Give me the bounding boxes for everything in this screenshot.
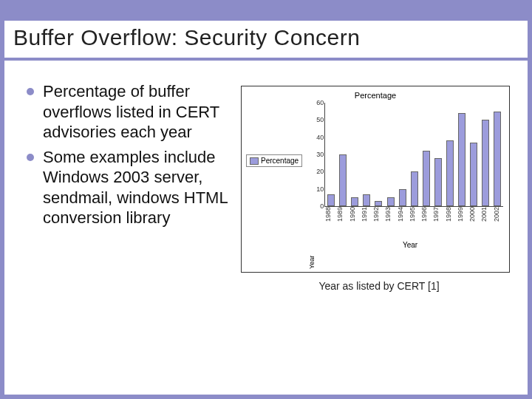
- chart-x-tick: 1997: [432, 207, 444, 238]
- chart-x-tick: 2002: [493, 207, 505, 238]
- chart-y-axis-label: Year: [307, 238, 316, 269]
- chart-bar: [458, 113, 466, 206]
- chart-caption: Year as listed by CERT [1]: [241, 280, 517, 292]
- chart-y-tick: 40: [307, 134, 324, 141]
- chart-y-tick: 60: [307, 99, 324, 106]
- chart-y-tick: 30: [307, 151, 324, 158]
- chart-bar: [470, 143, 477, 206]
- chart-bar: [387, 197, 395, 206]
- chart-bar: [434, 158, 442, 206]
- chart-column: Percentage Percentage 0102030405060 1988…: [233, 81, 517, 292]
- chart-x-tick: 1999: [457, 207, 468, 238]
- chart-bar: [351, 197, 358, 206]
- chart-plot-area: 0102030405060: [324, 103, 503, 207]
- chart-legend: Percentage: [246, 154, 302, 167]
- chart-bar: [494, 112, 501, 206]
- chart-x-tick: 1989: [336, 207, 348, 238]
- chart-x-tick: 1998: [445, 207, 457, 238]
- chart-bar: [482, 120, 489, 206]
- title-band: [4, 4, 528, 21]
- chart-container: Percentage Percentage 0102030405060 1988…: [241, 86, 510, 273]
- chart-x-tick: 2000: [468, 207, 480, 238]
- chart-x-tick: 1993: [384, 207, 396, 238]
- chart-bar: [327, 194, 335, 206]
- bullet-list: Percentage of buffer overflows listed in…: [27, 81, 233, 233]
- slide-body: Percentage of buffer overflows listed in…: [4, 61, 528, 292]
- chart-x-tick: 1994: [397, 207, 409, 238]
- chart-x-tick: 1991: [361, 207, 372, 238]
- chart-x-labels: 1988198919901991199219931994199519961997…: [324, 207, 505, 238]
- chart-x-tick: 1988: [324, 207, 336, 238]
- chart-bar: [423, 151, 430, 206]
- bullet-item: Percentage of buffer overflows listed in…: [27, 81, 233, 143]
- chart-y-tick: 10: [307, 185, 324, 193]
- chart-bar: [339, 154, 347, 206]
- chart-bar: [399, 189, 406, 206]
- chart-title: Percentage: [246, 91, 505, 100]
- legend-label: Percentage: [261, 157, 299, 165]
- chart-x-tick: 1990: [349, 207, 361, 238]
- chart-x-tick: 1996: [420, 207, 432, 238]
- bullet-item: Some examples include Windows 2003 serve…: [27, 147, 233, 228]
- chart-x-tick: 1992: [372, 207, 384, 238]
- chart-bar: [375, 201, 382, 206]
- legend-swatch: [250, 157, 259, 165]
- chart-bar: [411, 171, 418, 206]
- chart-bar: [446, 140, 454, 206]
- slide-frame: Buffer Overflow: Security Concern Percen…: [0, 0, 532, 399]
- chart-bar: [363, 194, 370, 206]
- chart-y-tick: 20: [307, 168, 324, 175]
- chart-y-tick: 0: [307, 202, 324, 210]
- chart-y-tick: 50: [307, 116, 324, 123]
- chart-x-tick: 2001: [480, 207, 492, 238]
- chart-x-axis-label: Year: [316, 238, 505, 249]
- slide-title: Buffer Overflow: Security Concern: [4, 21, 528, 50]
- chart-x-tick: 1995: [409, 207, 420, 238]
